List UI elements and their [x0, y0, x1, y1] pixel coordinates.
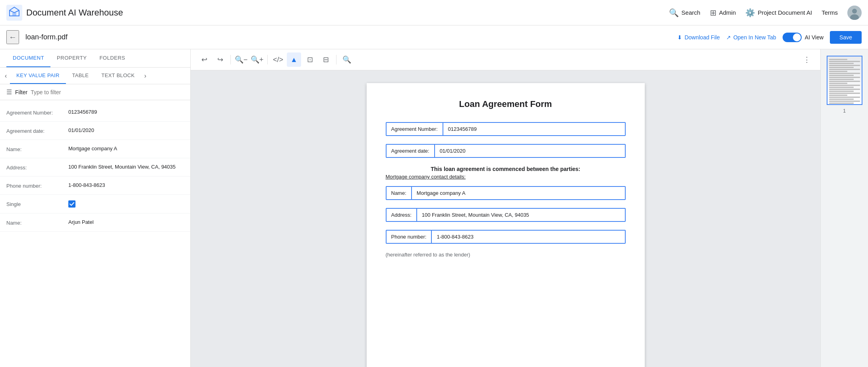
thumb-line-15 — [829, 87, 854, 88]
kv-value-1: 01/01/2020 — [68, 127, 184, 133]
back-button[interactable]: ← — [6, 30, 19, 44]
more-button[interactable]: ⋮ — [800, 52, 814, 67]
download-label: Download File — [684, 34, 720, 41]
admin-nav-item[interactable]: ⊞ Admin — [710, 8, 736, 17]
sub-nav: ← loan-form.pdf ⬇ Download File ↗ Open I… — [0, 25, 868, 49]
thumb-line-8 — [829, 73, 860, 74]
thumbnail-1[interactable] — [827, 56, 862, 105]
svg-point-3 — [852, 9, 857, 14]
name-label: Name: — [387, 187, 412, 199]
open-new-tab-icon: ↗ — [726, 34, 731, 41]
zoom-in-button[interactable]: 🔍+ — [250, 52, 264, 67]
doc-area[interactable]: Loan Agreement Form Agreement Number: 01… — [191, 70, 820, 367]
kv-key-1: Agreement date: — [6, 127, 62, 134]
sub-tab-text-block[interactable]: TEXT BLOCK — [95, 68, 141, 84]
main-content: DOCUMENT PROPERTY FOLDERS ‹ KEY VALUE PA… — [0, 49, 868, 367]
thumbnail-lines — [827, 56, 862, 104]
thumb-line-11 — [829, 79, 854, 80]
zoom-out-button[interactable]: 🔍− — [234, 52, 248, 67]
terms-nav-item[interactable]: Terms — [822, 9, 838, 16]
thumb-line-21 — [829, 99, 854, 100]
kv-value-6: Arjun Patel — [68, 219, 184, 225]
panel-tabs: DOCUMENT PROPERTY FOLDERS — [0, 49, 190, 68]
tab-document[interactable]: DOCUMENT — [6, 49, 50, 67]
sub-tabs: ‹ KEY VALUE PAIR TABLE TEXT BLOCK › — [0, 68, 190, 84]
gear-icon: ⚙️ — [745, 8, 755, 17]
filter-input[interactable] — [31, 89, 184, 95]
code-view-button[interactable]: </> — [271, 52, 285, 67]
redo-button[interactable]: ↪ — [213, 52, 227, 67]
save-button[interactable]: Save — [830, 31, 862, 44]
sub-tab-table[interactable]: TABLE — [66, 68, 95, 84]
thumbnail-page-num: 1 — [843, 108, 846, 114]
open-new-tab-button[interactable]: ↗ Open In New Tab — [726, 34, 776, 41]
agreement-date-value: 01/01/2020 — [435, 145, 625, 157]
file-name: loan-form.pdf — [25, 33, 68, 41]
kv-item-6: Name:Arjun Patel — [0, 214, 190, 232]
kv-item-2: Name:Mortgage company A — [0, 140, 190, 158]
thumb-line-18 — [829, 93, 860, 94]
phone-label: Phone number: — [387, 231, 432, 243]
name-value: Mortgage company A — [412, 187, 625, 199]
download-icon: ⬇ — [677, 34, 682, 41]
thumb-line-4 — [829, 65, 860, 66]
admin-label: Admin — [719, 9, 736, 16]
kv-key-3: Address: — [6, 164, 62, 171]
kv-key-0: Agreement Number: — [6, 109, 62, 116]
download-button[interactable]: ⬇ Download File — [677, 34, 720, 41]
select-button[interactable]: ▲ — [287, 52, 301, 67]
tab-property[interactable]: PROPERTY — [50, 49, 93, 67]
intro-text: This loan agreement is commenced between… — [386, 166, 626, 172]
search-nav-item[interactable]: 🔍 Search — [669, 8, 700, 17]
find-button[interactable]: 🔍 — [340, 52, 354, 67]
kv-checkbox-5[interactable] — [68, 200, 75, 208]
top-nav: Document AI Warehouse 🔍 Search ⊞ Admin ⚙… — [0, 0, 868, 25]
hereinafter-text: (hereinafter referred to as the lender) — [386, 252, 626, 258]
thumb-line-16 — [829, 89, 860, 90]
filter-bar: ☰ Filter — [0, 84, 190, 100]
tab-folders[interactable]: FOLDERS — [93, 49, 131, 67]
ai-view-switch[interactable] — [783, 33, 802, 42]
kv-key-2: Name: — [6, 146, 62, 152]
name-field: Name: Mortgage company A — [386, 186, 626, 200]
thumb-line-17 — [829, 91, 854, 92]
kv-key-6: Name: — [6, 219, 62, 226]
kv-key-5: Single — [6, 200, 62, 207]
agreement-number-label: Agreement Number: — [387, 123, 443, 135]
project-nav-item[interactable]: ⚙️ Project Document AI — [745, 8, 812, 17]
doc-page: Loan Agreement Form Agreement Number: 01… — [367, 83, 645, 367]
center-panel: ↩ ↪ 🔍− 🔍+ </> ▲ ⊡ ⊟ 🔍 ⋮ Loan Agreement F… — [191, 49, 820, 367]
toolbar-separator-2 — [267, 55, 268, 64]
avatar[interactable] — [847, 6, 862, 20]
sub-tab-next-arrow[interactable]: › — [141, 69, 149, 83]
phone-row: Phone number: 1-800-843-8623 — [386, 230, 626, 244]
address-value: 100 Franklin Street, Mountain View, CA, … — [417, 209, 625, 221]
terms-label: Terms — [822, 9, 838, 16]
kv-item-4: Phone number:1-800-843-8623 — [0, 177, 190, 195]
crop-button[interactable]: ⊡ — [303, 52, 317, 67]
kv-value-5 — [68, 200, 184, 208]
app-title: Document AI Warehouse — [26, 8, 123, 18]
undo-button[interactable]: ↩ — [197, 52, 211, 67]
thumb-line-2 — [829, 61, 860, 62]
sub-tab-prev-arrow[interactable]: ‹ — [2, 69, 10, 83]
kv-item-1: Agreement date:01/01/2020 — [0, 122, 190, 140]
sub-tab-key-value[interactable]: KEY VALUE PAIR — [10, 68, 66, 84]
agreement-number-row: Agreement Number: 0123456789 — [386, 122, 626, 136]
comment-button[interactable]: ⊟ — [319, 52, 333, 67]
filter-icon: ☰ — [6, 88, 12, 96]
thumbnail-image — [827, 56, 862, 104]
agreement-number-field: Agreement Number: 0123456789 — [386, 122, 626, 136]
avatar-icon — [847, 6, 862, 20]
phone-field: Phone number: 1-800-843-8623 — [386, 230, 626, 244]
agreement-date-label: Agreement date: — [387, 145, 435, 157]
thumb-line-9 — [829, 75, 854, 76]
thumb-line-10 — [829, 77, 860, 78]
name-row: Name: Mortgage company A — [386, 186, 626, 200]
project-label: Project Document AI — [758, 9, 812, 16]
app-logo[interactable]: Document AI Warehouse — [6, 5, 123, 21]
nav-actions: 🔍 Search ⊞ Admin ⚙️ Project Document AI … — [669, 6, 862, 20]
kv-list: Agreement Number:0123456789Agreement dat… — [0, 100, 190, 367]
agreement-date-row: Agreement date: 01/01/2020 — [386, 144, 626, 158]
address-label: Address: — [387, 209, 417, 221]
